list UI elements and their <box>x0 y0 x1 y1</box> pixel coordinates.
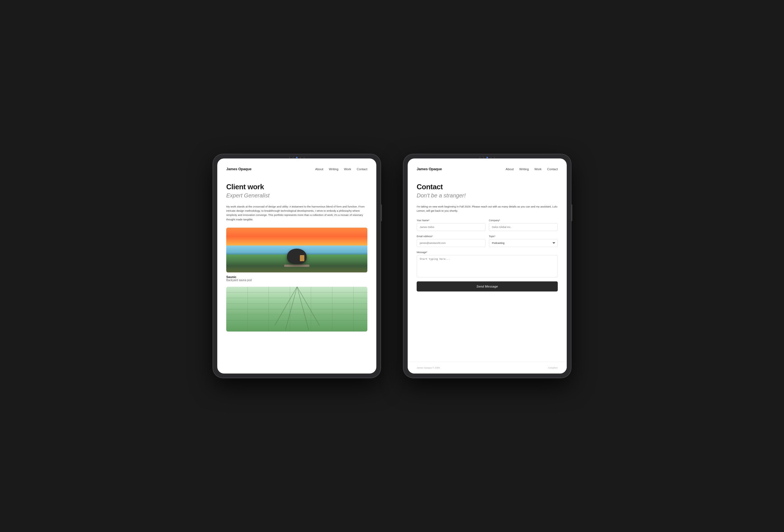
gh-line <box>353 287 354 332</box>
topic-select[interactable]: Podcasting Design Technology Writing Oth… <box>489 239 558 247</box>
left-nav: James Opaque About Writing Work Contact <box>226 166 367 171</box>
left-nav-logo: James Opaque <box>226 167 251 171</box>
indicator-dot <box>292 157 294 158</box>
work-description: My work stands at the crossroad of desig… <box>226 204 367 222</box>
nav-link-about[interactable]: About <box>506 167 514 171</box>
sauna-pod <box>287 249 307 264</box>
right-ipad-top-bar <box>479 157 495 158</box>
gh-arch <box>285 287 297 330</box>
nav-item-contact[interactable]: Contact <box>357 166 367 171</box>
sauna-project-name: Saunic <box>226 275 367 279</box>
name-input[interactable] <box>417 223 485 231</box>
left-ipad: James Opaque About Writing Work Contact … <box>213 154 381 378</box>
topic-label: Topic* <box>489 235 558 238</box>
nav-item-about[interactable]: About <box>315 166 324 171</box>
contact-page-heading: Contact Don't be a stranger! <box>417 183 558 199</box>
right-nav: James Opaque About Writing Work Contact <box>417 166 558 171</box>
nav-link-writing[interactable]: Writing <box>329 167 338 171</box>
work-subtitle: Expert Generalist <box>226 192 367 199</box>
work-heading: Client work <box>226 183 367 191</box>
nav-item-work[interactable]: Work <box>344 166 351 171</box>
nav-item-work[interactable]: Work <box>534 166 541 171</box>
nav-item-writing[interactable]: Writing <box>520 166 529 171</box>
right-nav-links: About Writing Work Contact <box>506 166 558 171</box>
footer-colophon: Colophon <box>548 366 558 369</box>
message-textarea[interactable] <box>417 255 558 278</box>
gh-line <box>290 287 290 332</box>
indicator-dot <box>479 157 481 158</box>
nav-link-contact[interactable]: Contact <box>357 167 367 171</box>
work-page-content: James Opaque About Writing Work Contact … <box>217 159 376 373</box>
sauna-project-label: Saunic Backyard sauna pod <box>226 275 367 282</box>
nav-link-about[interactable]: About <box>315 167 324 171</box>
send-message-button[interactable]: Send Message <box>417 281 558 291</box>
nav-link-writing[interactable]: Writing <box>520 167 529 171</box>
name-label: Your Name* <box>417 219 485 222</box>
form-group-name: Your Name* <box>417 219 485 231</box>
contact-page-content: James Opaque About Writing Work Contact … <box>408 159 567 373</box>
left-ipad-top-bar <box>289 157 305 158</box>
form-group-message: Message* <box>417 251 558 278</box>
email-label: Email Address* <box>417 235 485 238</box>
sauna-base <box>284 264 309 267</box>
indicator-dot <box>490 157 492 158</box>
work-page-heading: Client work Expert Generalist <box>226 183 367 199</box>
right-ipad: James Opaque About Writing Work Contact … <box>403 154 571 378</box>
contact-form: Your Name* Company* Email Address* <box>417 219 558 291</box>
nav-link-contact[interactable]: Contact <box>547 167 558 171</box>
contact-page-footer: James Opaque © 2089 Colophon <box>408 362 567 373</box>
form-row-message: Message* <box>417 251 558 278</box>
sauna-project-desc: Backyard sauna pod <box>226 279 367 282</box>
right-ipad-screen: James Opaque About Writing Work Contact … <box>408 159 567 373</box>
indicator-dot <box>483 157 484 158</box>
nav-item-writing[interactable]: Writing <box>329 166 338 171</box>
side-button <box>571 204 572 221</box>
form-group-topic: Topic* Podcasting Design Technology Writ… <box>489 235 558 247</box>
contact-description: I'm taking on new work beginning in Fall… <box>417 204 558 213</box>
company-input[interactable] <box>489 223 558 231</box>
gh-line <box>248 287 248 332</box>
gh-line <box>311 287 311 332</box>
indicator-dot-active <box>487 157 488 158</box>
contact-heading: Contact <box>417 183 558 191</box>
contact-subtitle: Don't be a stranger! <box>417 192 558 199</box>
indicator-dot <box>289 157 290 158</box>
right-nav-logo: James Opaque <box>417 167 442 171</box>
greenhouse-project-image <box>226 287 367 332</box>
left-nav-links: About Writing Work Contact <box>315 166 367 171</box>
footer-copyright: James Opaque © 2089 <box>417 366 440 369</box>
company-label: Company* <box>489 219 558 222</box>
form-row-email-topic: Email Address* Topic* Podcasting Design … <box>417 235 558 247</box>
message-label: Message* <box>417 251 558 254</box>
indicator-dot <box>304 157 305 158</box>
side-button <box>381 204 382 221</box>
form-group-company: Company* <box>489 219 558 231</box>
indicator-dot <box>494 157 495 158</box>
gh-line <box>269 287 269 332</box>
form-row-name-company: Your Name* Company* <box>417 219 558 231</box>
indicator-dot <box>300 157 301 158</box>
left-ipad-screen: James Opaque About Writing Work Contact … <box>217 159 376 373</box>
nav-link-work[interactable]: Work <box>534 167 541 171</box>
nav-item-contact[interactable]: Contact <box>547 166 558 171</box>
nav-item-about[interactable]: About <box>506 166 514 171</box>
form-group-email: Email Address* <box>417 235 485 247</box>
indicator-dot-active <box>296 157 298 158</box>
nav-link-work[interactable]: Work <box>344 167 351 171</box>
email-input[interactable] <box>417 239 485 247</box>
gh-line <box>332 287 332 332</box>
sauna-project-image <box>226 228 367 273</box>
gh-arch <box>297 287 309 330</box>
